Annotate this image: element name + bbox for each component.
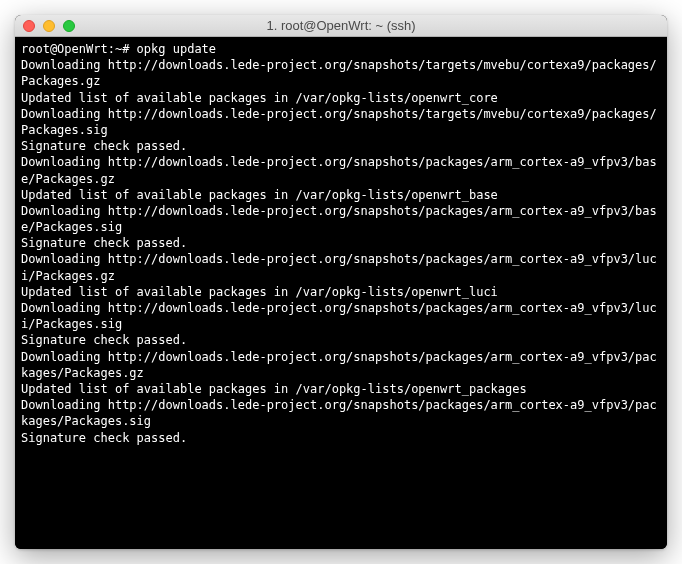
output-line: Updated list of available packages in /v…: [21, 188, 498, 202]
output-line: Downloading http://downloads.lede-projec…: [21, 155, 657, 185]
output-line: Downloading http://downloads.lede-projec…: [21, 350, 657, 380]
output-line: Signature check passed.: [21, 333, 187, 347]
output-line: Downloading http://downloads.lede-projec…: [21, 398, 657, 428]
terminal-window: 1. root@OpenWrt: ~ (ssh) root@OpenWrt:~#…: [15, 15, 667, 549]
output-line: Signature check passed.: [21, 431, 187, 445]
output-line: Updated list of available packages in /v…: [21, 285, 498, 299]
output-line: Downloading http://downloads.lede-projec…: [21, 204, 657, 234]
terminal-output[interactable]: root@OpenWrt:~# opkg update Downloading …: [15, 37, 667, 549]
output-line: Signature check passed.: [21, 139, 187, 153]
output-line: Downloading http://downloads.lede-projec…: [21, 252, 657, 282]
window-titlebar[interactable]: 1. root@OpenWrt: ~ (ssh): [15, 15, 667, 37]
window-title: 1. root@OpenWrt: ~ (ssh): [15, 18, 667, 33]
traffic-lights: [23, 20, 75, 32]
output-line: Downloading http://downloads.lede-projec…: [21, 301, 657, 331]
output-line: Signature check passed.: [21, 236, 187, 250]
close-icon[interactable]: [23, 20, 35, 32]
output-line: Downloading http://downloads.lede-projec…: [21, 107, 657, 137]
maximize-icon[interactable]: [63, 20, 75, 32]
shell-command: opkg update: [137, 42, 216, 56]
minimize-icon[interactable]: [43, 20, 55, 32]
output-line: Updated list of available packages in /v…: [21, 382, 527, 396]
output-line: Downloading http://downloads.lede-projec…: [21, 58, 657, 88]
output-line: Updated list of available packages in /v…: [21, 91, 498, 105]
shell-prompt: root@OpenWrt:~#: [21, 42, 137, 56]
